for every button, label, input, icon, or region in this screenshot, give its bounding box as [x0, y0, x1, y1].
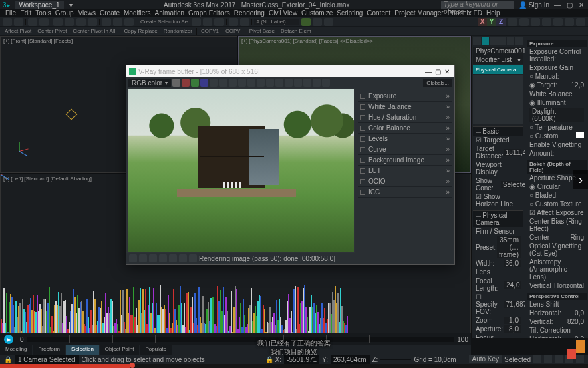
vfb-cc-item[interactable]: OCIO»: [358, 176, 452, 187]
ribbon-tab[interactable]: Freeform: [33, 345, 65, 355]
pivot-base[interactable]: Pivot Base: [247, 28, 277, 34]
rotate-button[interactable]: [113, 18, 122, 26]
redo-button[interactable]: [14, 18, 23, 26]
filter-button[interactable]: [88, 18, 97, 26]
vfb-save-button[interactable]: [219, 79, 227, 87]
center-pivot[interactable]: Center Pivot: [35, 28, 69, 34]
signin-button[interactable]: 👤 Sign In: [519, 1, 549, 9]
vfb-cc-item[interactable]: ICC»: [358, 187, 452, 198]
menu-item[interactable]: Tools: [35, 9, 51, 17]
affect-pivot[interactable]: Affect Pivot: [3, 28, 33, 34]
menu-item[interactable]: Customize: [301, 9, 333, 17]
goto-start[interactable]: [533, 355, 541, 363]
vfb-min-button[interactable]: —: [424, 67, 433, 76]
vfb-cc-item[interactable]: Levels»: [358, 134, 452, 144]
snap-button[interactable]: [192, 18, 201, 26]
tool-btn[interactable]: [508, 18, 517, 26]
scale-button[interactable]: [124, 18, 134, 26]
vfb-alpha-button[interactable]: [210, 79, 218, 87]
render-button[interactable]: [324, 18, 333, 26]
coord-y[interactable]: 263,404cm: [331, 355, 369, 364]
vfb-blue-button[interactable]: [200, 79, 208, 87]
angle-snap-button[interactable]: [203, 18, 212, 26]
workspace-dropdown[interactable]: Workspace_1: [15, 1, 64, 9]
tool-btn[interactable]: [565, 18, 574, 26]
motion-tab[interactable]: [498, 37, 506, 45]
copy[interactable]: COPY: [223, 28, 243, 34]
next-slide-button[interactable]: ›: [573, 170, 588, 189]
vfb-render-button[interactable]: [313, 79, 321, 87]
menu-item[interactable]: Content: [367, 9, 390, 17]
move-button[interactable]: [102, 18, 111, 26]
vfb-pick-button[interactable]: [303, 79, 311, 87]
vfb-render-view[interactable]: [128, 89, 354, 252]
menu-item[interactable]: Group: [55, 9, 74, 17]
camera-gizmo-icon[interactable]: [66, 109, 78, 120]
vfb-max-button[interactable]: ▢: [433, 67, 442, 76]
menu-item[interactable]: Animation: [155, 9, 184, 17]
vfb-mono-button[interactable]: [172, 79, 180, 87]
menu-item[interactable]: Graph Editors: [188, 9, 230, 17]
vfb-link-button[interactable]: [285, 79, 293, 87]
mirror-button[interactable]: [229, 18, 238, 26]
vfb-track-button[interactable]: [275, 79, 283, 87]
align-button[interactable]: [240, 18, 249, 26]
copy1[interactable]: COPY1: [199, 28, 221, 34]
select-button[interactable]: [53, 18, 63, 26]
vfb-info-button[interactable]: [294, 79, 302, 87]
help-search[interactable]: Type a keyword or phrase: [441, 1, 514, 9]
undo-button[interactable]: [3, 18, 12, 26]
vfb-red-button[interactable]: [182, 79, 190, 87]
vfb-cc-item[interactable]: Color Balance»: [358, 123, 452, 134]
coord-x[interactable]: -5501,971: [284, 355, 319, 364]
modifier-stack[interactable]: [473, 75, 523, 124]
ribbon-tab[interactable]: Object Paint: [100, 345, 140, 355]
vfb-stop-button[interactable]: [322, 79, 330, 87]
randomizer[interactable]: Randomizer: [162, 28, 194, 34]
vfb-titlebar[interactable]: V-Ray frame buffer - [100% of 688 x 516]…: [126, 65, 454, 77]
vfb-cc-item[interactable]: Hue / Saturation»: [358, 112, 452, 123]
play-button[interactable]: ▶: [4, 335, 13, 344]
tool-btn[interactable]: [542, 18, 551, 26]
modifier-list[interactable]: Modifier List: [476, 56, 512, 63]
center-pivot-all[interactable]: Center Pivot in All: [71, 28, 117, 34]
vfb-region-button[interactable]: [266, 79, 274, 87]
menu-item[interactable]: Help: [486, 9, 500, 17]
select-name-button[interactable]: [65, 18, 74, 26]
menu-item[interactable]: File: [5, 9, 16, 17]
detach-elem[interactable]: Detach Elem: [279, 28, 313, 34]
vfb-clone-button[interactable]: [247, 79, 255, 87]
menu-item[interactable]: Modifiers: [124, 9, 151, 17]
select-region-button[interactable]: [76, 18, 86, 26]
vfb-cc-item[interactable]: LUT»: [358, 166, 452, 176]
autokey-toggle[interactable]: Auto Key: [469, 355, 502, 363]
vfb-cc-item[interactable]: White Balance»: [358, 102, 452, 112]
ribbon-tab[interactable]: Modeling: [0, 345, 32, 355]
menu-item[interactable]: Rendering: [234, 9, 265, 17]
coord-z[interactable]: [380, 359, 411, 360]
close-button[interactable]: ✕: [577, 1, 585, 9]
create-tab[interactable]: [473, 37, 481, 45]
rollout-perspective[interactable]: Perspective Control: [527, 293, 587, 300]
display-tab[interactable]: [507, 37, 515, 45]
minimize-button[interactable]: —: [553, 1, 561, 9]
menu-item[interactable]: Views: [78, 9, 96, 17]
modifier-stack-item[interactable]: Physical Camera: [473, 65, 523, 74]
tool-btn[interactable]: [553, 18, 563, 26]
menu-item[interactable]: Edit: [20, 9, 31, 17]
vfb-stamp-button[interactable]: [159, 254, 167, 262]
vfb-cc-item[interactable]: Background Image»: [358, 155, 452, 166]
menu-item[interactable]: Phoenix FD: [448, 9, 482, 17]
tool-btn[interactable]: [531, 18, 540, 26]
material-editor-button[interactable]: [301, 18, 311, 26]
hierarchy-tab[interactable]: [490, 37, 498, 45]
vfb-load-button[interactable]: [229, 79, 237, 87]
ribbon-tab[interactable]: Selection: [66, 345, 99, 355]
vfb-ab-button[interactable]: [257, 79, 265, 87]
vfb-globals-dropdown[interactable]: Globals...: [423, 79, 452, 87]
vfb-cc-item[interactable]: Exposure»: [358, 91, 452, 102]
vfb-srgb-button[interactable]: [169, 254, 177, 262]
vfb-cc-toggle[interactable]: [129, 254, 137, 262]
modify-tab[interactable]: [482, 37, 490, 45]
link-button[interactable]: [28, 18, 37, 26]
